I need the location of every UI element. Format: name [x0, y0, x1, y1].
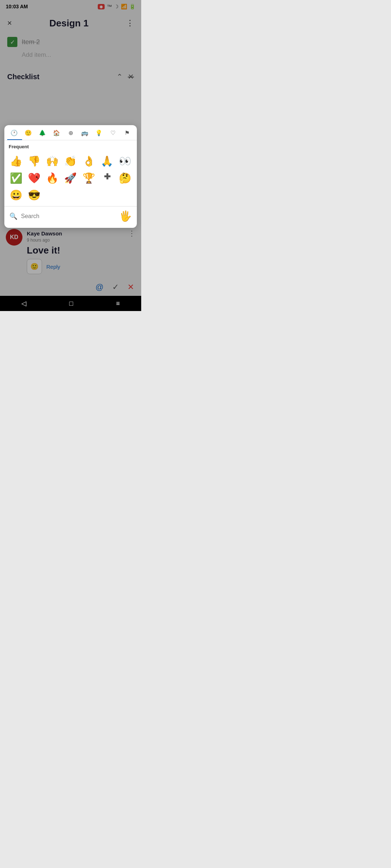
emoji-eyes[interactable]: 👀	[117, 153, 134, 169]
emoji-tab-objects[interactable]: 🏠	[50, 129, 64, 140]
hand-emoji[interactable]: 🖐️	[119, 210, 132, 222]
emoji-raised-hands[interactable]: 🙌	[44, 153, 61, 169]
home-button[interactable]: □	[62, 298, 80, 310]
emoji-rocket[interactable]: 🚀	[62, 170, 79, 186]
emoji-heart[interactable]: ❤️↖	[25, 170, 43, 186]
back-button[interactable]: ◁	[14, 297, 34, 310]
search-icon: 🔍	[9, 212, 17, 220]
emoji-thumbsdown[interactable]: 👎	[25, 153, 43, 169]
menu-button[interactable]: ≡	[109, 298, 127, 310]
emoji-ok[interactable]: 👌	[80, 153, 97, 169]
emoji-pray[interactable]: 🙏	[98, 153, 115, 169]
emoji-search-input[interactable]	[21, 213, 115, 220]
emoji-sunglasses[interactable]: 😎	[25, 187, 43, 203]
emoji-section-label: Frequent	[4, 140, 137, 152]
emoji-empty-4	[98, 187, 115, 203]
emoji-tab-activities[interactable]: 💡	[92, 129, 106, 140]
emoji-empty-5	[117, 187, 134, 203]
emoji-trophy[interactable]: 🏆	[80, 170, 97, 186]
emoji-tab-hearts[interactable]: ♡	[106, 129, 120, 140]
emoji-empty-1	[44, 187, 61, 203]
emoji-clap[interactable]: 👏	[62, 153, 79, 169]
emoji-tab-nature[interactable]: 🌲	[35, 129, 50, 140]
tab-underline	[7, 139, 22, 140]
emoji-grid: 👍 👎 🙌 👏 👌 🙏 👀 ✅ ❤️↖ 🔥 🚀 🏆 ✚ 🤔 😀 😎	[4, 152, 137, 205]
emoji-search-bar: 🔍 🖐️	[4, 206, 137, 225]
emoji-tab-flags[interactable]: ⚑	[120, 129, 134, 140]
emoji-thumbsup[interactable]: 👍	[7, 153, 25, 169]
emoji-tab-travel[interactable]: 🚌	[77, 129, 92, 140]
emoji-picker: 🕐 🙂 🌲 🏠 ⊕ 🚌 💡 ♡ ⚑ Frequent 👍 👎 🙌 👏 👌 🙏 👀…	[4, 125, 137, 228]
emoji-tab-symbols[interactable]: ⊕	[64, 129, 78, 140]
emoji-plus[interactable]: ✚	[98, 170, 115, 186]
emoji-tab-smileys[interactable]: 🙂	[21, 129, 35, 140]
emoji-empty-3	[80, 187, 97, 203]
emoji-tabs: 🕐 🙂 🌲 🏠 ⊕ 🚌 💡 ♡ ⚑	[4, 125, 137, 140]
emoji-thinking[interactable]: 🤔	[117, 170, 134, 186]
emoji-empty-2	[62, 187, 79, 203]
emoji-grin[interactable]: 😀	[7, 187, 25, 203]
emoji-checkmark[interactable]: ✅	[7, 170, 25, 186]
emoji-tab-recent[interactable]: 🕐	[7, 129, 21, 140]
emoji-fire[interactable]: 🔥	[44, 170, 61, 186]
nav-bar: ◁ □ ≡	[0, 296, 141, 311]
